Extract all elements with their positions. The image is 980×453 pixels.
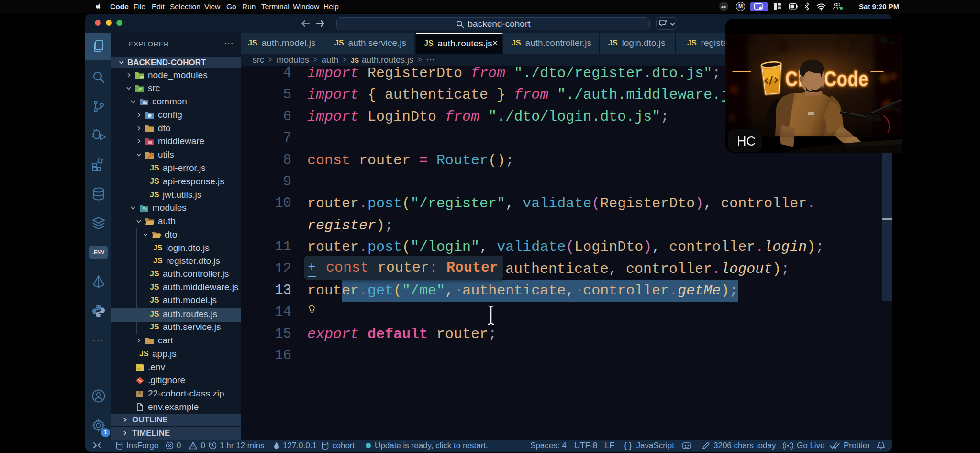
svg-text:HC: HC [737, 134, 756, 148]
svg-text:.ENV: .ENV [137, 368, 142, 370]
svg-text:np: np [140, 75, 144, 78]
